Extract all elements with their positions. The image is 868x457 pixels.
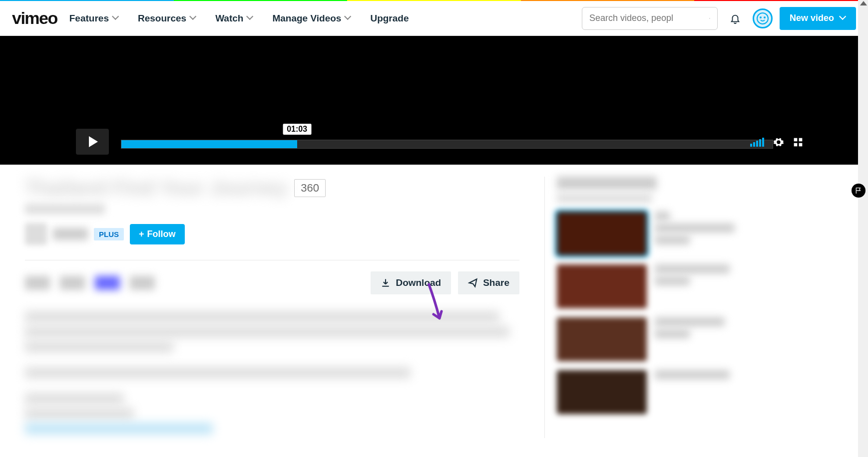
video-player[interactable]: 01:03: [0, 36, 868, 165]
svg-point-0: [709, 18, 710, 18]
scrollbar[interactable]: [858, 0, 868, 457]
search-icon: [709, 13, 710, 23]
new-video-button[interactable]: New video: [780, 7, 856, 30]
download-icon: [381, 278, 391, 288]
nav-features[interactable]: Features: [69, 13, 119, 24]
share-icon: [468, 278, 478, 288]
chevron-down-icon: [839, 15, 846, 22]
follow-label: Follow: [147, 229, 176, 239]
download-label: Download: [396, 277, 441, 288]
report-flag-button[interactable]: [852, 184, 866, 198]
svg-point-2: [757, 13, 768, 24]
vimeo-logo[interactable]: vimeo: [12, 8, 57, 28]
play-button[interactable]: [76, 129, 109, 155]
nav-watch[interactable]: Watch: [215, 13, 253, 24]
video-title: Thailand Find Your Journey: [25, 177, 287, 199]
author-avatar[interactable]: [25, 223, 47, 245]
avatar-face-icon: [757, 12, 769, 24]
new-video-label: New video: [790, 13, 834, 23]
sidebar-subheading: [557, 194, 652, 203]
volume-control[interactable]: [750, 138, 764, 147]
nav-manage-videos[interactable]: Manage Videos: [272, 13, 351, 24]
thumbnail: [557, 264, 647, 308]
chevron-down-icon: [112, 15, 119, 22]
related-video[interactable]: [557, 212, 843, 255]
nav-label: Watch: [215, 13, 243, 24]
video-meta: [25, 204, 105, 214]
plus-icon: +: [139, 229, 144, 239]
author-name[interactable]: [53, 228, 88, 240]
nav-label: Features: [69, 13, 109, 24]
plus-badge: PLUS: [94, 228, 124, 240]
related-video[interactable]: [557, 264, 843, 308]
chevron-down-icon: [189, 15, 196, 22]
fullscreen-icon[interactable]: [793, 137, 803, 147]
nav-label: Upgrade: [370, 13, 409, 24]
flag-icon: [855, 187, 863, 195]
progress-bar[interactable]: [121, 140, 773, 149]
badge-360: 360: [294, 179, 326, 197]
svg-rect-6: [799, 138, 803, 142]
scroll-up-arrow[interactable]: [860, 1, 867, 5]
svg-point-3: [760, 17, 761, 18]
svg-point-4: [764, 17, 765, 18]
share-label: Share: [483, 277, 509, 288]
share-button[interactable]: Share: [458, 271, 519, 294]
notifications-icon[interactable]: [730, 13, 741, 24]
search-box[interactable]: [582, 7, 718, 30]
time-tooltip: 01:03: [283, 124, 311, 135]
related-video[interactable]: [557, 370, 843, 414]
thumbnail: [557, 317, 647, 361]
search-input[interactable]: [589, 13, 705, 23]
follow-button[interactable]: +Follow: [130, 224, 185, 244]
thumbnail: [557, 370, 647, 414]
svg-rect-8: [799, 143, 803, 147]
thumbnail: [557, 212, 647, 255]
nav-label: Manage Videos: [272, 13, 341, 24]
related-video[interactable]: [557, 317, 843, 361]
video-stats: [25, 276, 155, 290]
avatar[interactable]: [753, 8, 773, 28]
sidebar-heading: [557, 177, 657, 190]
chevron-down-icon: [344, 15, 351, 22]
svg-rect-7: [794, 143, 798, 147]
nav-resources[interactable]: Resources: [138, 13, 196, 24]
video-description: [25, 311, 519, 434]
nav-label: Resources: [138, 13, 186, 24]
download-button[interactable]: Download: [371, 271, 451, 294]
chevron-down-icon: [246, 15, 253, 22]
progress-fill: [121, 140, 297, 148]
svg-rect-5: [794, 138, 798, 142]
settings-icon[interactable]: [773, 137, 784, 148]
nav-upgrade[interactable]: Upgrade: [370, 13, 409, 24]
